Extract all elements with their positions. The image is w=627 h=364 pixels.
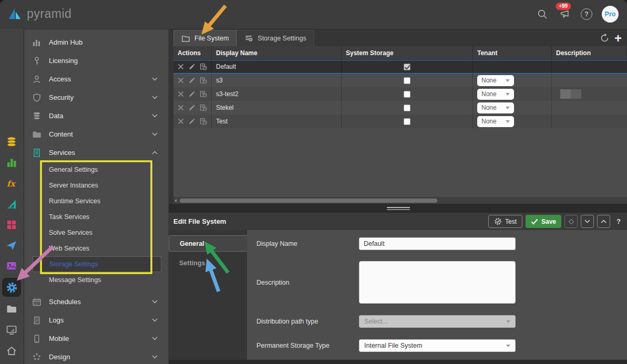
- submenu-item-solve-services[interactable]: Solve Services: [24, 225, 168, 241]
- sidebar-item-security[interactable]: Security: [24, 88, 168, 107]
- expand-up-button[interactable]: [597, 215, 610, 228]
- distribution-path-type-select[interactable]: Select...: [359, 315, 516, 328]
- sidebar-item-licensing[interactable]: Licensing: [24, 51, 168, 70]
- tab-file-system[interactable]: File System: [173, 30, 237, 46]
- chevron-down-icon: [152, 318, 158, 322]
- pyramid-admin-window: pyramid +99 ? Pro fx: [0, 0, 627, 364]
- submenu-item-web-services[interactable]: Web Services: [24, 241, 168, 256]
- content-folder-icon[interactable]: [2, 299, 21, 318]
- tenant-dropdown[interactable]: None: [477, 116, 514, 127]
- folder-tab-icon: [181, 34, 190, 43]
- sidebar-item-design[interactable]: Design: [24, 348, 168, 364]
- submenu-item-message-settings[interactable]: Message Settings: [24, 272, 168, 288]
- home-icon[interactable]: [2, 341, 21, 360]
- avatar[interactable]: Pro: [602, 6, 619, 23]
- diamond-button[interactable]: [564, 215, 578, 228]
- sidebar-item-mobile[interactable]: Mobile: [24, 329, 168, 348]
- table-row-default[interactable]: Default: [173, 60, 627, 74]
- sidebar-item-content[interactable]: Content: [24, 125, 168, 143]
- history-icon[interactable]: [200, 104, 207, 111]
- chevron-up-icon: [601, 220, 607, 223]
- panel-splitter[interactable]: [169, 204, 627, 213]
- edit-panel-body: General Settings Display Name Descriptio…: [169, 230, 627, 360]
- edit-icon[interactable]: [189, 105, 195, 111]
- permanent-storage-type-select[interactable]: Internal File System: [359, 339, 516, 352]
- sidebar-item-access[interactable]: Access: [24, 70, 168, 88]
- history-icon[interactable]: [200, 90, 207, 98]
- delete-icon[interactable]: [178, 91, 184, 97]
- system-storage-checkbox[interactable]: [404, 105, 410, 111]
- tab-general[interactable]: General: [169, 235, 247, 252]
- history-icon[interactable]: [200, 118, 207, 125]
- sidebar-item-admin-hub[interactable]: Admin Hub: [24, 33, 168, 51]
- delete-icon[interactable]: [178, 105, 184, 111]
- sidebar-item-schedules[interactable]: Schedules: [24, 293, 168, 311]
- tenant-dropdown[interactable]: None: [477, 102, 514, 113]
- system-storage-checkbox[interactable]: [404, 64, 410, 70]
- history-icon[interactable]: [200, 63, 207, 70]
- sidebar-item-services[interactable]: Services: [24, 143, 168, 162]
- collapse-down-button[interactable]: [581, 215, 594, 228]
- database-icon[interactable]: [2, 132, 21, 151]
- display-name-field[interactable]: [359, 237, 516, 250]
- description-field[interactable]: [359, 261, 516, 304]
- col-display-name: Display Name: [212, 46, 342, 60]
- tenant-dropdown[interactable]: None: [477, 89, 514, 100]
- delete-icon[interactable]: [178, 118, 184, 124]
- chevron-down-icon: [584, 220, 590, 223]
- system-storage-checkbox[interactable]: [404, 118, 410, 125]
- scroll-left-arrow-icon[interactable]: [174, 199, 177, 202]
- history-icon[interactable]: [200, 77, 207, 84]
- horizontal-scrollbar[interactable]: [173, 197, 627, 204]
- add-icon[interactable]: +: [614, 34, 622, 43]
- shield-icon: [32, 92, 42, 103]
- submenu-item-runtime-services[interactable]: Runtime Services: [24, 193, 168, 209]
- tab-settings[interactable]: Settings: [169, 255, 247, 271]
- system-storage-checkbox[interactable]: [404, 91, 410, 98]
- announcements-icon[interactable]: +99: [558, 7, 571, 21]
- help-icon[interactable]: ?: [580, 7, 593, 21]
- pyramid-logo-icon: [7, 6, 22, 21]
- test-button[interactable]: Test: [488, 215, 522, 228]
- system-storage-checkbox[interactable]: [404, 77, 410, 84]
- delete-icon[interactable]: [178, 64, 184, 70]
- edit-icon[interactable]: [189, 118, 195, 124]
- tenant-dropdown[interactable]: None: [477, 75, 514, 86]
- col-system-storage: System Storage: [342, 46, 473, 60]
- topbar: pyramid +99 ? Pro: [0, 0, 627, 29]
- sidebar-item-data[interactable]: Data: [24, 107, 168, 125]
- table-row-s3[interactable]: s3 None: [173, 74, 627, 87]
- table-row-stekel[interactable]: Stekel None: [173, 101, 627, 115]
- bar-chart-icon[interactable]: [2, 153, 21, 172]
- sidebar-item-logs[interactable]: Logs: [24, 311, 168, 329]
- scrollbar-thumb[interactable]: [180, 199, 437, 203]
- panel-help-icon[interactable]: ?: [616, 217, 621, 225]
- formulas-icon[interactable]: fx: [2, 174, 21, 193]
- delete-icon[interactable]: [178, 77, 184, 84]
- monitor-icon[interactable]: [2, 320, 21, 339]
- refresh-icon[interactable]: [600, 33, 610, 43]
- submenu-item-server-instances[interactable]: Server Instances: [24, 178, 168, 193]
- search-icon[interactable]: [536, 7, 549, 21]
- admin-gear-icon[interactable]: [2, 278, 21, 297]
- table-row-s3-test2[interactable]: s3-test2 None: [173, 87, 627, 101]
- edit-panel-title: Edit File System: [173, 217, 488, 225]
- grid-icon[interactable]: [2, 215, 21, 234]
- present-icon[interactable]: [2, 195, 21, 214]
- tab-storage-settings[interactable]: Storage Settings: [237, 30, 314, 46]
- submenu-item-general-settings[interactable]: General Settings: [24, 162, 168, 178]
- edit-icon[interactable]: [189, 77, 195, 84]
- save-button[interactable]: Save: [526, 215, 561, 228]
- publish-icon[interactable]: [2, 236, 21, 255]
- edit-icon[interactable]: [189, 64, 195, 70]
- submenu-item-storage-settings[interactable]: Storage Settings: [33, 256, 161, 272]
- display-name-label: Display Name: [256, 240, 297, 247]
- chevron-down-icon: [152, 300, 158, 304]
- table-row-test[interactable]: Test None: [173, 115, 627, 128]
- edit-panel-tabs: General Settings: [169, 230, 247, 360]
- submenu-item-task-services[interactable]: Task Services: [24, 209, 168, 225]
- illustrate-icon[interactable]: [2, 256, 21, 275]
- file-system-grid: Actions Display Name System Storage Tena…: [169, 46, 627, 128]
- edit-icon[interactable]: [189, 91, 195, 97]
- logo-text: pyramid: [27, 7, 71, 21]
